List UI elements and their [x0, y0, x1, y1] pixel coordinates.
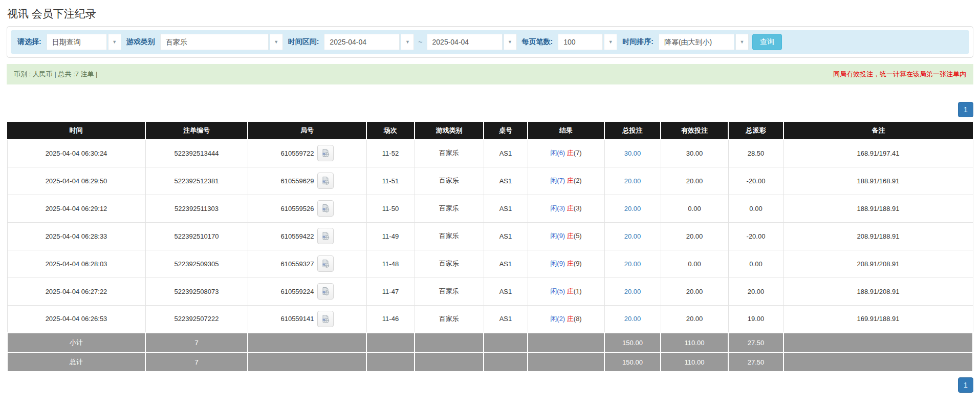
chevron-down-icon[interactable]: ▼	[735, 34, 749, 50]
table-row: 2025-04-04 06:29:12 522392511303 6105595…	[7, 195, 973, 222]
chevron-down-icon[interactable]: ▼	[504, 34, 517, 50]
video-replay-button[interactable]	[317, 255, 334, 272]
video-replay-button[interactable]	[317, 283, 334, 300]
col-header-payout: 总派彩	[728, 122, 783, 139]
query-type-select[interactable]: 日期查询 ▼	[47, 34, 121, 50]
total-bet-link[interactable]: 30.00	[624, 150, 641, 157]
video-replay-button[interactable]	[317, 145, 334, 161]
cell-valid-bet: 20.00	[661, 167, 728, 195]
cell-session: 11-46	[366, 305, 415, 333]
currency-summary-text: 币别 : 人民币 | 总共 :7 注单 |	[14, 70, 98, 79]
result-player: 闲(5)	[550, 287, 565, 295]
game-type-value[interactable]: 百家乐	[160, 34, 269, 50]
result-banker-score: (3)	[574, 204, 582, 212]
cell-table-no: AS1	[484, 305, 528, 333]
cell-game-type: 百家乐	[415, 278, 484, 305]
total-valid-bet: 110.00	[661, 352, 728, 372]
total-bet-link[interactable]: 20.00	[624, 288, 641, 295]
time-sort-value[interactable]: 降幂(由大到小)	[659, 34, 734, 50]
cell-remark: 208.91/208.91	[783, 250, 973, 278]
col-header-result: 结果	[528, 122, 604, 139]
date-to-value[interactable]: 2025-04-04	[427, 34, 503, 50]
cell-time: 2025-04-04 06:30:24	[7, 139, 145, 167]
chevron-down-icon[interactable]: ▼	[270, 34, 283, 50]
video-replay-button[interactable]	[317, 228, 334, 244]
game-type-select[interactable]: 百家乐 ▼	[160, 34, 283, 50]
table-header: 时间 注单编号 局号 场次 游戏类别 桌号 结果 总投注 有效投注 总派彩 备注	[7, 122, 973, 139]
cell-session: 11-52	[366, 139, 415, 167]
date-to-picker[interactable]: 2025-04-04 ▼	[427, 34, 517, 50]
cell-bet-id: 522392508073	[145, 278, 248, 305]
cell-round-id: 610559327	[248, 250, 366, 278]
cell-session: 11-49	[366, 222, 415, 250]
result-banker: 庄	[567, 204, 574, 212]
cell-session: 11-51	[366, 167, 415, 195]
cell-payout: 19.00	[728, 305, 783, 333]
page-button-1[interactable]: 1	[958, 377, 973, 393]
total-bet-link[interactable]: 20.00	[624, 315, 641, 323]
cell-table-no: AS1	[484, 222, 528, 250]
cell-time: 2025-04-04 06:28:33	[7, 222, 145, 250]
result-banker: 庄	[567, 177, 574, 184]
cell-bet-id: 522392510170	[145, 222, 248, 250]
cell-bet-id: 522392507222	[145, 305, 248, 333]
cell-total-bet: 20.00	[604, 305, 661, 333]
cell-result: 闲(3) 庄(3)	[528, 195, 604, 222]
total-total-bet: 150.00	[604, 352, 661, 372]
cell-remark: 169.91/188.91	[783, 305, 973, 333]
cell-round-id: 610559629	[248, 167, 366, 195]
round-id-text: 610559629	[280, 177, 314, 185]
cell-game-type: 百家乐	[415, 195, 484, 222]
video-replay-icon	[321, 204, 330, 213]
total-bet-link[interactable]: 20.00	[624, 260, 641, 268]
page-size-label: 每页笔数:	[520, 37, 555, 47]
chevron-down-icon[interactable]: ▼	[401, 34, 414, 50]
game-type-label: 游戏类别	[125, 37, 157, 47]
subtotal-label: 小计	[7, 333, 145, 352]
page-size-select[interactable]: 100 ▼	[558, 34, 617, 50]
table-row: 2025-04-04 06:27:22 522392508073 6105592…	[7, 278, 973, 305]
result-player: 闲(2)	[550, 315, 565, 323]
cell-payout: 0.00	[728, 250, 783, 278]
col-header-game-type: 游戏类别	[415, 122, 484, 139]
pagination-bottom: 1	[7, 377, 973, 393]
result-banker-score: (7)	[574, 149, 582, 157]
time-range-label: 时间区间:	[287, 37, 321, 47]
cell-payout: 0.00	[728, 195, 783, 222]
video-replay-icon	[321, 176, 330, 185]
chevron-down-icon[interactable]: ▼	[108, 34, 121, 50]
video-replay-icon	[321, 259, 330, 268]
total-count: 7	[145, 352, 248, 372]
result-player: 闲(9)	[550, 260, 565, 267]
cell-round-id: 610559722	[248, 139, 366, 167]
chevron-down-icon[interactable]: ▼	[604, 34, 617, 50]
date-from-value[interactable]: 2025-04-04	[324, 34, 400, 50]
total-bet-link[interactable]: 20.00	[624, 232, 641, 240]
video-replay-button[interactable]	[317, 200, 334, 217]
page-button-1[interactable]: 1	[958, 102, 973, 117]
total-bet-link[interactable]: 20.00	[624, 205, 641, 212]
round-id-text: 610559526	[280, 205, 314, 212]
cell-payout: -20.00	[728, 222, 783, 250]
pagination-top: 1	[7, 102, 973, 117]
query-type-value[interactable]: 日期查询	[47, 34, 107, 50]
result-banker-score: (5)	[574, 232, 582, 240]
cell-remark: 208.91/188.91	[783, 222, 973, 250]
range-separator: ~	[418, 38, 423, 46]
cell-valid-bet: 0.00	[661, 195, 728, 222]
total-bet-link[interactable]: 20.00	[624, 177, 641, 185]
time-sort-select[interactable]: 降幂(由大到小) ▼	[659, 34, 749, 50]
cell-session: 11-48	[366, 250, 415, 278]
video-replay-button[interactable]	[317, 173, 334, 189]
cell-result: 闲(2) 庄(8)	[528, 305, 604, 333]
page-size-value[interactable]: 100	[558, 34, 603, 50]
search-button[interactable]: 查询	[752, 34, 782, 50]
result-player: 闲(3)	[550, 204, 565, 212]
cell-valid-bet: 20.00	[661, 278, 728, 305]
video-replay-button[interactable]	[317, 311, 334, 327]
cell-game-type: 百家乐	[415, 305, 484, 333]
col-header-round-id: 局号	[248, 122, 366, 139]
date-from-picker[interactable]: 2025-04-04 ▼	[324, 34, 414, 50]
cell-bet-id: 522392509305	[145, 250, 248, 278]
cell-bet-id: 522392511303	[145, 195, 248, 222]
